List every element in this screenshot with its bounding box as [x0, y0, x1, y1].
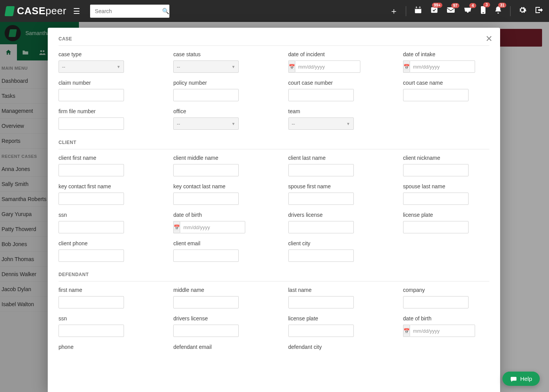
calendar-icon[interactable]: 📅: [403, 325, 410, 337]
label: team: [288, 108, 375, 114]
defendant-drivers-license-input[interactable]: [173, 325, 239, 337]
search-modal: ✕ CASE case type --▼ case status --▼ dat…: [48, 28, 500, 392]
defendant-first-name-input[interactable]: [59, 296, 124, 308]
search-input[interactable]: [95, 8, 162, 14]
date-input[interactable]: [410, 325, 475, 337]
label: court case name: [403, 80, 489, 86]
client-nickname-input[interactable]: [403, 164, 469, 176]
team-select[interactable]: --▼: [288, 117, 354, 130]
calendar-icon[interactable]: [414, 6, 422, 17]
date-input[interactable]: [180, 221, 245, 233]
firm-file-number-input[interactable]: [59, 117, 124, 130]
label: client first name: [59, 155, 145, 161]
client-dob-input[interactable]: 📅: [173, 221, 239, 233]
tasks-icon[interactable]: 99+: [430, 6, 439, 17]
key-contact-last-name-input[interactable]: [173, 193, 239, 205]
date-of-intake-input[interactable]: 📅: [403, 60, 469, 73]
client-last-name-input[interactable]: [288, 164, 354, 176]
date-of-incident-input[interactable]: 📅: [288, 60, 354, 73]
defendant-dob-input[interactable]: 📅: [403, 325, 469, 337]
client-middle-name-input[interactable]: [173, 164, 239, 176]
claim-number-input[interactable]: [59, 89, 124, 101]
bell-icon[interactable]: 31: [494, 6, 502, 17]
chevron-down-icon: ▼: [231, 122, 235, 126]
label: key contact first name: [59, 183, 145, 189]
mail-icon[interactable]: 97: [446, 6, 455, 16]
menu-toggle[interactable]: ☰: [72, 7, 82, 16]
svg-rect-3: [420, 6, 420, 8]
label: client nickname: [403, 155, 489, 161]
label: case status: [173, 51, 259, 57]
topbar: CASEpeer ☰ 🔍 ＋ 99+ 97 4 3 31: [0, 0, 549, 22]
section-title-client: CLIENT: [59, 140, 489, 149]
add-icon[interactable]: ＋: [390, 5, 398, 17]
label: date of incident: [288, 51, 375, 57]
defendant-ssn-input[interactable]: [59, 325, 124, 337]
inbox-icon[interactable]: 4: [463, 6, 472, 16]
label: spouse first name: [288, 183, 375, 189]
client-drivers-license-input[interactable]: [288, 221, 354, 233]
label: date of birth: [173, 212, 259, 218]
bell-badge: 31: [498, 3, 506, 8]
tasks-badge: 99+: [432, 3, 442, 8]
svg-rect-5: [447, 7, 455, 13]
office-select[interactable]: --▼: [173, 117, 239, 130]
defendant-middle-name-input[interactable]: [173, 296, 239, 308]
section-client: CLIENT client first name client middle n…: [59, 140, 489, 262]
label: ssn: [59, 212, 145, 218]
label: client phone: [59, 240, 145, 246]
separator: [406, 6, 406, 16]
label: firm file number: [59, 108, 145, 114]
label: drivers license: [288, 212, 375, 218]
search-box[interactable]: 🔍: [90, 5, 169, 18]
label: defendant email: [173, 344, 259, 350]
calendar-icon[interactable]: 📅: [403, 60, 410, 73]
label: office: [173, 108, 259, 114]
court-case-number-input[interactable]: [288, 89, 354, 101]
client-ssn-input[interactable]: [59, 221, 124, 233]
calendar-icon[interactable]: 📅: [173, 221, 180, 233]
logout-icon[interactable]: [534, 6, 544, 17]
client-phone-input[interactable]: [59, 250, 124, 262]
client-license-plate-input[interactable]: [403, 221, 469, 233]
field-claim-number: claim number: [59, 80, 145, 101]
case-status-select[interactable]: --▼: [173, 60, 239, 73]
field-office: office --▼: [173, 108, 259, 130]
defendant-license-plate-input[interactable]: [288, 325, 354, 337]
court-case-name-input[interactable]: [403, 89, 469, 101]
brand-logo: CASEpeer: [5, 5, 66, 17]
client-city-input[interactable]: [288, 250, 354, 262]
spouse-first-name-input[interactable]: [288, 193, 354, 205]
calendar-icon[interactable]: 📅: [288, 60, 295, 73]
client-first-name-input[interactable]: [59, 164, 124, 176]
defendant-company-input[interactable]: [403, 296, 469, 308]
logo-mark: [5, 6, 15, 16]
label: middle name: [173, 287, 259, 293]
svg-rect-1: [415, 7, 422, 9]
section-title-defendant: DEFENDANT: [59, 272, 489, 281]
svg-point-7: [483, 12, 484, 13]
chevron-down-icon: ▼: [117, 65, 121, 69]
label: client city: [288, 240, 375, 246]
search-icon[interactable]: 🔍: [162, 8, 169, 15]
field-court-case-name: court case name: [403, 80, 489, 101]
help-button[interactable]: Help: [502, 372, 540, 386]
label: case type: [59, 51, 145, 57]
date-input[interactable]: [295, 60, 360, 73]
label: claim number: [59, 80, 145, 86]
spouse-last-name-input[interactable]: [403, 193, 469, 205]
mail-badge: 97: [451, 3, 459, 8]
policy-number-input[interactable]: [173, 89, 239, 101]
case-type-select[interactable]: --▼: [59, 60, 124, 73]
gear-icon[interactable]: [518, 6, 527, 17]
date-input[interactable]: [410, 60, 475, 73]
brand-text-bold: CASE: [17, 5, 45, 17]
mobile-icon[interactable]: 3: [480, 5, 486, 17]
section-case: CASE case type --▼ case status --▼ date …: [59, 36, 489, 130]
key-contact-first-name-input[interactable]: [59, 193, 124, 205]
defendant-last-name-input[interactable]: [288, 296, 354, 308]
select-value: --: [292, 121, 295, 127]
client-email-input[interactable]: [173, 250, 239, 262]
section-defendant: DEFENDANT first name middle name last na…: [59, 272, 489, 353]
close-icon[interactable]: ✕: [485, 34, 492, 44]
